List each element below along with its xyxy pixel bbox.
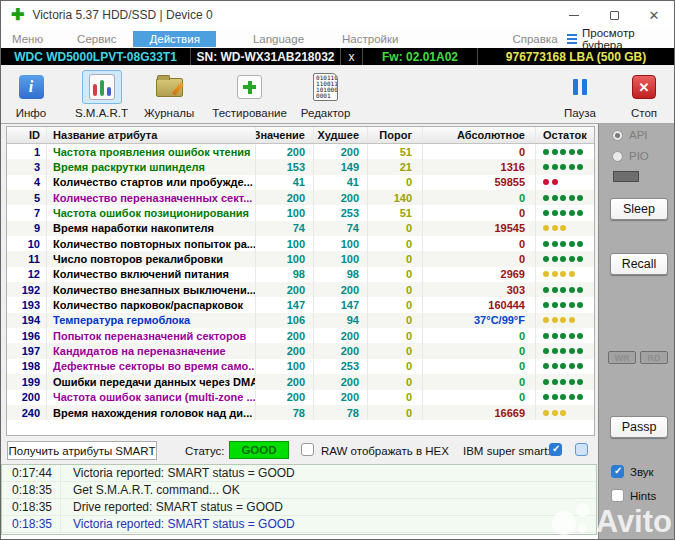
testing-button[interactable]: Тестирование <box>212 70 287 119</box>
rd-button[interactable]: RD <box>640 351 668 364</box>
table-row[interactable]: 192Количество внезапных выключени...2002… <box>7 282 594 297</box>
sound-checkbox-row[interactable]: Звук <box>611 465 654 478</box>
title-bar[interactable]: ✚ Victoria 5.37 HDD/SSD | Device 0 ✕ <box>1 1 674 29</box>
table-row[interactable]: 5Количество переназначенных сект...20020… <box>7 190 594 205</box>
attr-value: 41 <box>256 175 314 190</box>
health-dots <box>536 159 588 174</box>
attr-value: 100 <box>256 359 314 374</box>
smart-button[interactable]: S.M.A.R.T <box>75 70 128 119</box>
attr-id: 194 <box>7 313 47 328</box>
table-row[interactable]: 4Количество стартов или пробужде...41410… <box>7 175 594 190</box>
recall-button[interactable]: Recall <box>610 253 668 275</box>
col-health[interactable]: Остаток <box>536 127 588 143</box>
table-row[interactable]: 194Температура гермоблока10694037°C/99°F <box>7 313 594 328</box>
menu-item-language[interactable]: Language <box>244 31 313 47</box>
col-absolute[interactable]: Абсолютное <box>423 127 536 143</box>
attr-worst: 94 <box>314 313 368 328</box>
attr-value: 74 <box>256 221 314 236</box>
col-worst[interactable]: Худшее <box>314 127 368 143</box>
attr-worst: 200 <box>314 328 368 343</box>
health-dots <box>536 205 588 220</box>
menu-item-actions[interactable]: Действия <box>133 31 215 47</box>
ibm-secondary-checkbox[interactable] <box>575 443 588 456</box>
sound-checkbox[interactable] <box>611 465 624 478</box>
raw-hex-checkbox[interactable] <box>301 443 314 456</box>
attr-id: 4 <box>7 175 47 190</box>
attr-name: Количество повторных попыток ра... <box>47 236 256 251</box>
table-row[interactable]: 197Кандидатов на переназначение20020000 <box>7 343 594 358</box>
col-threshold[interactable]: Порог <box>368 127 423 143</box>
attr-name: Время нахождения головок над ди... <box>47 405 256 420</box>
log-entry: 0:18:35Drive reported: SMART status = GO… <box>2 499 596 516</box>
table-row[interactable]: 9Время наработки накопителя7474019545 <box>7 221 594 236</box>
close-button[interactable]: ✕ <box>634 1 674 29</box>
passp-button[interactable]: Passp <box>610 416 668 438</box>
table-row[interactable]: 193Количество парковок/распарковок147147… <box>7 297 594 312</box>
window-title: Victoria 5.37 HDD/SSD | Device 0 <box>32 8 212 22</box>
wr-button[interactable]: WR <box>608 351 636 364</box>
pio-radio[interactable] <box>612 151 623 162</box>
pause-button[interactable]: Пауза <box>560 70 600 119</box>
hints-checkbox-row[interactable]: Hints <box>611 489 656 502</box>
device-x-mark[interactable]: x <box>341 48 363 65</box>
api-radio-row[interactable]: API <box>612 129 648 141</box>
buffer-view-button[interactable]: Просмотр буфера <box>567 27 666 51</box>
table-row[interactable]: 3Время раскрутки шпинделя153149211316 <box>7 159 594 174</box>
attr-raw: 0 <box>423 390 536 405</box>
log-message: Victoria reported: SMART status = GOOD <box>60 465 295 481</box>
log-time: 0:17:44 <box>2 466 60 480</box>
attr-name: Время раскрутки шпинделя <box>47 159 256 174</box>
attr-threshold: 0 <box>368 175 423 190</box>
attr-threshold: 0 <box>368 343 423 358</box>
minimize-button[interactable] <box>554 1 594 29</box>
health-dots <box>536 405 588 420</box>
table-row[interactable]: 240Время нахождения головок над ди...787… <box>7 405 594 420</box>
activity-led <box>613 171 639 182</box>
table-row[interactable]: 199Ошибки передачи данных через DMA20020… <box>7 374 594 389</box>
info-button[interactable]: i Инфо <box>11 70 51 119</box>
log-entry: 0:18:35Victoria reported: SMART status =… <box>2 516 596 533</box>
col-id[interactable]: ID <box>7 127 47 143</box>
api-radio[interactable] <box>612 130 623 141</box>
menu-item-service[interactable]: Сервис <box>68 31 125 47</box>
ibm-super-smart-checkbox[interactable] <box>549 443 562 456</box>
attr-threshold: 0 <box>368 359 423 374</box>
health-dots <box>536 236 588 251</box>
hints-checkbox[interactable] <box>611 489 624 502</box>
editor-button[interactable]: 010110 110011 101000 0001 Редактор <box>301 70 351 119</box>
attr-worst: 41 <box>314 175 368 190</box>
table-row[interactable]: 11Число повторов рекалибровки10010000 <box>7 251 594 266</box>
attr-threshold: 0 <box>368 374 423 389</box>
get-smart-attributes-button[interactable]: Получить атрибуты SMART <box>7 441 157 460</box>
journals-button[interactable]: Журналы <box>144 70 194 119</box>
attr-threshold: 0 <box>368 236 423 251</box>
table-row[interactable]: 7Частота ошибок позиционирования10025351… <box>7 205 594 220</box>
sleep-button[interactable]: Sleep <box>610 198 668 220</box>
attr-id: 12 <box>7 267 47 282</box>
table-row[interactable]: 1Частота проявления ошибок чтения2002005… <box>7 144 594 159</box>
device-model: WDC WD5000LPVT-08G33T1 <box>1 48 191 65</box>
table-row[interactable]: 198Дефектные секторы во время само...100… <box>7 359 594 374</box>
attr-id: 193 <box>7 297 47 312</box>
device-firmware: Fw: 02.01A02 <box>363 48 478 65</box>
pio-radio-row[interactable]: PIO <box>612 150 649 162</box>
table-body: 1Частота проявления ошибок чтения2002005… <box>7 144 594 420</box>
status-good-badge: GOOD <box>229 441 289 459</box>
col-value[interactable]: Значение <box>256 127 314 143</box>
table-row[interactable]: 12Количество включений питания989802969 <box>7 267 594 282</box>
col-name[interactable]: Название атрибута <box>47 127 256 143</box>
stop-button[interactable]: ✕ Стоп <box>624 70 664 119</box>
attr-worst: 147 <box>314 297 368 312</box>
attr-name: Частота проявления ошибок чтения <box>47 144 256 159</box>
table-row[interactable]: 10Количество повторных попыток ра...1001… <box>7 236 594 251</box>
menu-item-menu[interactable]: Меню <box>3 31 52 47</box>
menu-item-help[interactable]: Справка <box>503 31 566 47</box>
attr-raw: 0 <box>423 251 536 266</box>
table-row[interactable]: 200Частота ошибок записи (multi-zone ...… <box>7 390 594 405</box>
attr-worst: 253 <box>314 205 368 220</box>
table-row[interactable]: 196Попыток переназначений секторов200200… <box>7 328 594 343</box>
log-entry: 0:17:44Victoria reported: SMART status =… <box>2 465 596 482</box>
maximize-button[interactable] <box>594 1 634 29</box>
attr-value: 200 <box>256 190 314 205</box>
menu-item-settings[interactable]: Настройки <box>333 31 407 47</box>
